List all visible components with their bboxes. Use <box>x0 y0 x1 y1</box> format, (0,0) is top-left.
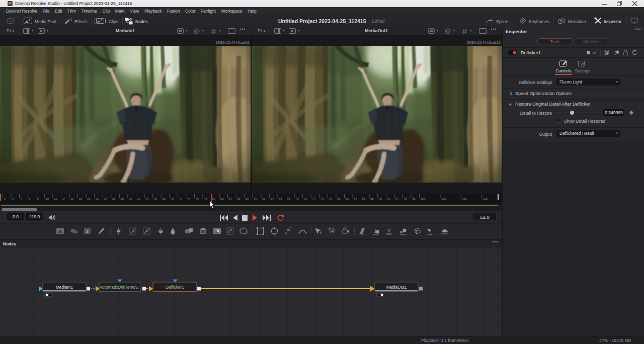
svg-text:MediaIn1: MediaIn1 <box>56 285 73 290</box>
svg-text:28: 28 <box>120 197 124 200</box>
svg-text:48: 48 <box>204 197 207 200</box>
svg-text:38: 38 <box>162 197 166 200</box>
svg-text:30: 30 <box>129 197 132 200</box>
svg-text:34: 34 <box>145 197 149 200</box>
svg-text:10: 10 <box>45 197 49 200</box>
svg-text:60: 60 <box>254 197 257 200</box>
svg-text:98: 98 <box>412 197 416 200</box>
svg-text:96: 96 <box>404 197 407 200</box>
svg-text:86: 86 <box>362 197 366 200</box>
svg-text:T: T <box>387 228 391 233</box>
svg-text:22: 22 <box>96 197 99 200</box>
svg-text:14: 14 <box>62 197 65 200</box>
svg-text:80: 80 <box>337 197 341 200</box>
svg-text:46: 46 <box>195 197 199 200</box>
svg-text:26: 26 <box>112 197 116 200</box>
svg-text:12: 12 <box>54 197 57 200</box>
svg-text:78: 78 <box>329 197 332 200</box>
svg-text:MediaOut1: MediaOut1 <box>386 285 407 290</box>
svg-text:32: 32 <box>137 197 141 200</box>
svg-text:74: 74 <box>312 197 315 200</box>
svg-text:58: 58 <box>246 197 249 200</box>
svg-text:72: 72 <box>304 197 307 200</box>
svg-text:62: 62 <box>262 197 266 200</box>
svg-text:82: 82 <box>346 197 349 200</box>
svg-text:68: 68 <box>287 197 291 200</box>
svg-text:66: 66 <box>279 197 282 200</box>
svg-text:100: 100 <box>421 197 426 200</box>
svg-text:70: 70 <box>295 197 299 200</box>
svg-text:18: 18 <box>79 197 83 200</box>
svg-text:64: 64 <box>270 197 274 200</box>
svg-text:110: 110 <box>462 197 467 200</box>
svg-text:42: 42 <box>179 197 182 200</box>
svg-text:56: 56 <box>237 197 240 200</box>
svg-text:8: 8 <box>37 197 39 200</box>
svg-text:105: 105 <box>441 197 447 200</box>
svg-text:54: 54 <box>229 197 232 200</box>
svg-text:20: 20 <box>87 197 91 200</box>
svg-text:16: 16 <box>70 197 74 200</box>
svg-text:115: 115 <box>483 197 488 200</box>
svg-text:88: 88 <box>370 197 374 200</box>
svg-text:50: 50 <box>212 197 216 200</box>
svg-text:6: 6 <box>29 197 31 200</box>
svg-text:92: 92 <box>387 197 390 200</box>
svg-text:36: 36 <box>154 197 157 200</box>
svg-text:90: 90 <box>379 197 382 200</box>
svg-text:AutomaticDirtRemov...: AutomaticDirtRemov... <box>99 285 140 290</box>
svg-text:44: 44 <box>187 197 191 200</box>
svg-text:52: 52 <box>220 197 224 200</box>
svg-text:4: 4 <box>21 197 23 200</box>
svg-text:0: 0 <box>4 197 6 200</box>
svg-text:T: T <box>86 229 89 234</box>
svg-text:84: 84 <box>354 197 357 200</box>
svg-text:76: 76 <box>320 197 324 200</box>
svg-text:Deflicker1: Deflicker1 <box>166 285 184 290</box>
svg-text:2: 2 <box>12 197 14 200</box>
svg-text:40: 40 <box>171 197 174 200</box>
svg-text:94: 94 <box>395 197 399 200</box>
svg-text:24: 24 <box>104 197 107 200</box>
